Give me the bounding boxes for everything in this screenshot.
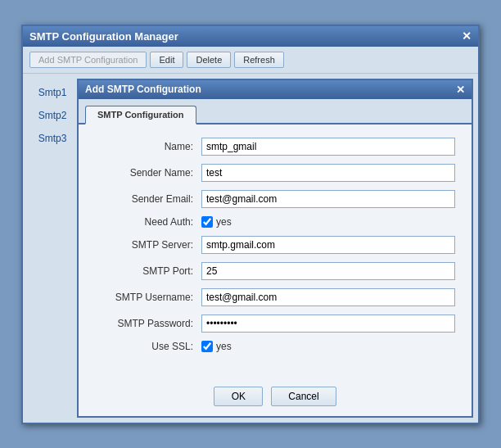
smtp-port-input[interactable] [201,262,455,280]
tab-smtp-configuration[interactable]: SMTP Configuration [85,106,196,124]
use-ssl-text: yes [216,341,232,352]
smtp-password-row: SMTP Password: [95,315,455,333]
sidebar-item-smtp2[interactable]: Smtp2 [28,105,77,126]
name-label: Name: [95,141,201,152]
need-auth-checkbox[interactable] [201,216,213,228]
outer-content: Smtp1 Smtp2 Smtp3 Add SMTP Configuration… [23,74,478,423]
inner-window-title: Add SMTP Configuration [85,84,201,95]
sidebar-item-smtp1[interactable]: Smtp1 [28,82,77,103]
sender-name-row: Sender Name: [95,164,455,182]
inner-window: Add SMTP Configuration ✕ SMTP Configurat… [77,79,473,418]
use-ssl-label: Use SSL: [95,341,201,352]
delete-button[interactable]: Delete [187,52,231,68]
use-ssl-row: Use SSL: yes [95,341,455,352]
smtp-password-input[interactable] [201,315,455,333]
smtp-server-row: SMTP Server: [95,236,455,254]
smtp-username-row: SMTP Username: [95,288,455,306]
need-auth-label: Need Auth: [95,216,201,228]
smtp-username-input[interactable] [201,288,455,306]
edit-button[interactable]: Edit [150,52,183,68]
sidebar-item-smtp3[interactable]: Smtp3 [28,128,77,149]
name-row: Name: [95,138,455,156]
outer-close-button[interactable]: ✕ [462,30,472,42]
outer-window: SMTP Configuration Manager ✕ Add SMTP Co… [21,25,480,424]
inner-close-button[interactable]: ✕ [456,84,465,96]
use-ssl-checkbox[interactable] [201,341,213,352]
tab-bar: SMTP Configuration [79,99,472,124]
cancel-button[interactable]: Cancel [271,387,336,406]
use-ssl-checkbox-row: yes [201,341,232,352]
sender-name-label: Sender Name: [95,167,201,179]
add-smtp-button[interactable]: Add SMTP Configuration [29,52,147,68]
name-input[interactable] [201,138,455,156]
sender-email-row: Sender Email: [95,190,455,208]
need-auth-row: Need Auth: yes [95,216,455,228]
form-footer: OK Cancel [79,373,472,416]
outer-window-title: SMTP Configuration Manager [29,30,178,43]
sender-email-input[interactable] [201,190,455,208]
form-area: Name: Sender Name: Sender Email: Need Au… [79,124,472,373]
smtp-server-input[interactable] [201,236,455,254]
smtp-password-label: SMTP Password: [95,318,201,329]
outer-titlebar: SMTP Configuration Manager ✕ [23,26,478,47]
refresh-button[interactable]: Refresh [234,52,284,68]
need-auth-checkbox-row: yes [201,216,232,228]
outer-toolbar: Add SMTP Configuration Edit Delete Refre… [23,47,478,74]
smtp-server-label: SMTP Server: [95,239,201,251]
smtp-port-label: SMTP Port: [95,265,201,277]
ok-button[interactable]: OK [214,387,263,406]
sender-email-label: Sender Email: [95,193,201,205]
smtp-port-row: SMTP Port: [95,262,455,280]
need-auth-text: yes [216,216,232,228]
inner-titlebar: Add SMTP Configuration ✕ [79,80,472,99]
smtp-username-label: SMTP Username: [95,292,201,303]
sidebar: Smtp1 Smtp2 Smtp3 [28,79,77,418]
sender-name-input[interactable] [201,164,455,182]
